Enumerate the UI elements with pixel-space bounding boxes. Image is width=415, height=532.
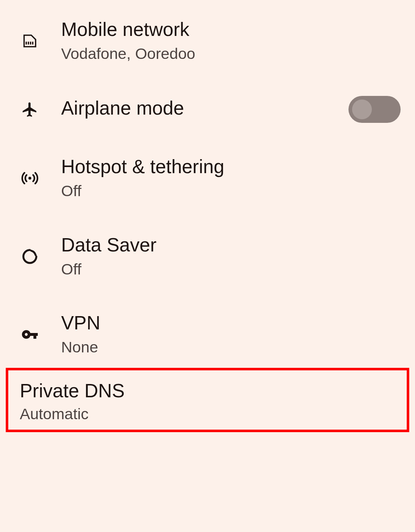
mobile-network-subtitle: Vodafone, Ooredoo: [61, 44, 401, 64]
mobile-network-title: Mobile network: [61, 18, 401, 41]
data-saver-icon: [11, 248, 49, 265]
settings-item-mobile-network[interactable]: Mobile network Vodafone, Ooredoo: [0, 11, 415, 80]
hotspot-icon: [11, 170, 49, 187]
airplane-icon: [11, 101, 49, 118]
svg-point-4: [28, 177, 31, 180]
private-dns-title: Private DNS: [20, 379, 395, 402]
vpn-key-icon: [11, 326, 49, 343]
settings-item-vpn[interactable]: VPN None: [0, 295, 415, 373]
airplane-mode-title: Airplane mode: [61, 97, 348, 120]
data-saver-title: Data Saver: [61, 233, 401, 256]
hotspot-subtitle: Off: [61, 181, 401, 201]
settings-item-private-dns[interactable]: Private DNS Automatic: [6, 368, 409, 432]
toggle-knob: [352, 100, 372, 119]
settings-item-data-saver[interactable]: Data Saver Off: [0, 217, 415, 295]
settings-item-airplane-mode[interactable]: Airplane mode: [0, 80, 415, 139]
sim-card-icon: [11, 32, 49, 50]
airplane-mode-toggle[interactable]: [348, 96, 401, 123]
data-saver-subtitle: Off: [61, 259, 401, 279]
settings-list: Mobile network Vodafone, Ooredoo Airplan…: [0, 0, 415, 374]
vpn-subtitle: None: [61, 337, 401, 357]
private-dns-subtitle: Automatic: [20, 404, 395, 424]
settings-item-hotspot[interactable]: Hotspot & tethering Off: [0, 139, 415, 217]
vpn-title: VPN: [61, 311, 401, 334]
hotspot-title: Hotspot & tethering: [61, 155, 401, 178]
